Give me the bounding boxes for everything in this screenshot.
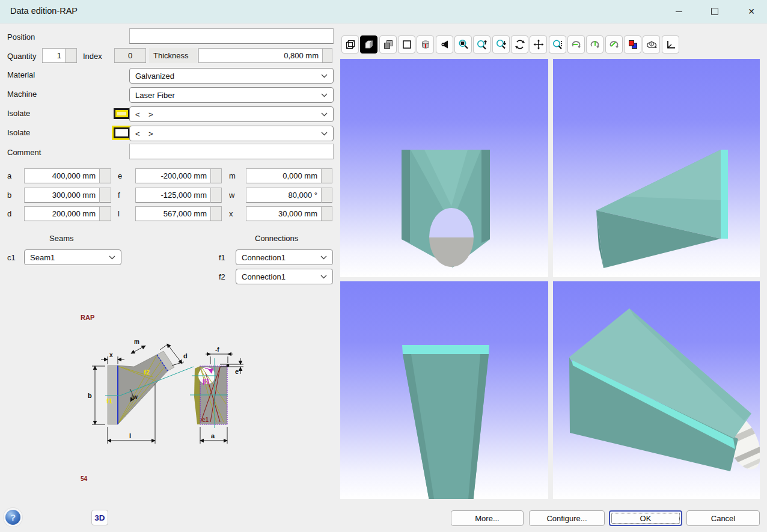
dim-f-field[interactable]: -125,000 mm — [135, 188, 211, 203]
window-view-button[interactable] — [398, 35, 415, 54]
dim-x-field[interactable]: 30,000 mm — [246, 206, 322, 221]
orbit-view-button[interactable] — [643, 35, 660, 54]
zoom-options-button[interactable] — [549, 35, 566, 54]
view-3d-button[interactable]: 3D — [91, 510, 108, 525]
more-label: More... — [475, 514, 499, 523]
shape-top-view — [340, 281, 548, 499]
connection-f1-combo[interactable]: Connection1 — [236, 249, 333, 265]
dim-x-spinner[interactable] — [322, 206, 332, 221]
help-button[interactable]: ? — [5, 510, 20, 525]
zoom-in-button[interactable] — [473, 35, 490, 54]
dim-a-mark: a — [211, 432, 215, 439]
copy-view-button[interactable] — [379, 35, 397, 54]
minimize-icon — [676, 11, 682, 12]
dim-l-spinner[interactable] — [211, 206, 222, 221]
quantity-spinner[interactable] — [66, 48, 77, 63]
dim-a-field[interactable]: 400,000 mm — [24, 168, 100, 183]
section-view-button[interactable] — [417, 35, 434, 54]
dim-m-label: m — [229, 171, 236, 180]
zoom-out-button[interactable] — [492, 35, 510, 54]
drawing-side-view: x m d b l w f1 f2 — [88, 338, 194, 444]
dim-d-mark: d — [183, 352, 188, 359]
comment-field[interactable] — [129, 144, 334, 159]
square-outline-icon — [401, 38, 413, 50]
dim-l-label: l — [118, 209, 120, 218]
dim-d-field[interactable]: 200,000 mm — [24, 206, 100, 221]
rotate-y-button[interactable] — [586, 35, 604, 54]
quantity-field[interactable]: 1 — [42, 48, 66, 63]
dim-l-field[interactable]: 567,000 mm — [135, 206, 211, 221]
viewport-top[interactable] — [340, 281, 548, 499]
dim-w-label: w — [229, 191, 234, 200]
minimize-button[interactable] — [665, 0, 692, 23]
axis-triad-button[interactable] — [662, 35, 679, 54]
ok-button[interactable]: OK — [609, 510, 682, 526]
isolate1-combo[interactable]: < > — [129, 106, 334, 122]
cancel-label: Cancel — [711, 514, 735, 523]
material-combo[interactable]: Galvanized — [129, 68, 334, 84]
technical-drawing: RAP 54 — [72, 307, 264, 487]
window-title: Data edition-RAP — [10, 6, 78, 16]
rotate-z-button[interactable] — [605, 35, 623, 54]
cylinder-icon — [420, 38, 432, 50]
dim-m-spinner[interactable] — [322, 168, 332, 183]
data-edition-dialog: Data edition-RAP ✕ Position Quantity 1 I… — [0, 0, 767, 532]
viewport-perspective[interactable] — [553, 281, 760, 499]
dim-e-field[interactable]: -200,000 mm — [135, 168, 211, 183]
position-field[interactable] — [129, 28, 334, 44]
help-icon: ? — [10, 512, 16, 522]
viewport-front[interactable] — [340, 59, 548, 277]
dim-d-spinner[interactable] — [100, 206, 111, 221]
dim-b-field[interactable]: 300,000 mm — [24, 188, 100, 203]
dim-x-label: x — [229, 209, 233, 218]
background-colors-button[interactable] — [624, 35, 641, 54]
close-button[interactable]: ✕ — [738, 0, 765, 23]
pan-cross-icon — [533, 38, 545, 50]
machine-combo[interactable]: Laser Fiber — [129, 87, 334, 103]
rotate-x-icon — [570, 38, 582, 50]
dim-f-spinner[interactable] — [211, 188, 222, 203]
stacked-cubes-icon — [382, 38, 394, 50]
connection-f2-combo[interactable]: Connection1 — [236, 269, 333, 284]
dim-e-mark: e — [235, 368, 239, 375]
configure-button[interactable]: Configure... — [529, 510, 605, 526]
pan-view-button[interactable] — [530, 35, 547, 54]
seam-c1-combo[interactable]: Seam1 — [24, 249, 121, 265]
view-visibility-button[interactable] — [436, 35, 453, 54]
dim-m-field[interactable]: 0,000 mm — [246, 168, 322, 183]
dim-w-spinner[interactable] — [322, 188, 332, 203]
dim-b-spinner[interactable] — [100, 188, 111, 203]
rotate-view-button[interactable] — [511, 35, 528, 54]
viewport-side[interactable] — [553, 59, 760, 277]
position-label: Position — [7, 32, 35, 41]
cancel-button[interactable]: Cancel — [686, 510, 760, 526]
isolate1-filled-icon[interactable] — [114, 108, 130, 119]
dim-d-label: d — [7, 209, 11, 218]
more-button[interactable]: More... — [451, 510, 524, 526]
machine-value: Laser Fiber — [135, 91, 175, 100]
dim-w-field[interactable]: 80,000 ° — [246, 188, 322, 203]
seam-c1-value: Seam1 — [30, 253, 55, 262]
dim-e-spinner[interactable] — [211, 168, 222, 183]
maximize-button[interactable] — [701, 0, 729, 23]
color-squares-icon — [627, 38, 639, 50]
shaded-view-button[interactable] — [360, 35, 377, 54]
dim-m-mark: m — [134, 338, 139, 345]
isolate2-outline-icon[interactable] — [114, 127, 130, 138]
isolate2-combo[interactable]: < > — [129, 126, 334, 141]
zoom-in-icon — [476, 38, 488, 50]
isolate2-label: Isolate — [7, 128, 30, 137]
material-label: Material — [7, 70, 35, 79]
thickness-spinner[interactable] — [323, 48, 332, 63]
dim-a-spinner[interactable] — [100, 168, 111, 183]
chevron-down-icon — [321, 74, 328, 78]
seams-header: Seams — [49, 234, 73, 243]
thickness-field[interactable]: 0,800 mm — [198, 48, 323, 63]
seam-c1-mark: c1 — [202, 417, 209, 423]
drawing-page-number: 54 — [81, 475, 88, 482]
machine-label: Machine — [7, 90, 37, 99]
rotate-x-button[interactable] — [567, 35, 585, 54]
wireframe-view-button[interactable] — [341, 35, 359, 54]
dim-x-mark: x — [109, 352, 113, 358]
zoom-window-button[interactable] — [454, 35, 472, 54]
